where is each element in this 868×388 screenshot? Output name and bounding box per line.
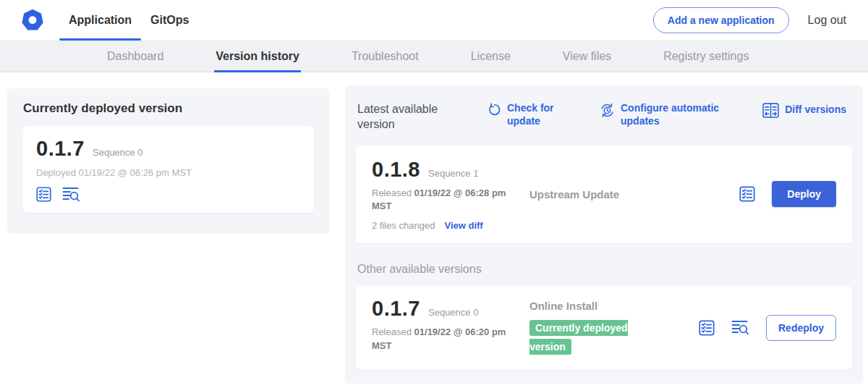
clock-refresh-icon [600, 103, 615, 118]
other-source-label: Online Install [529, 300, 652, 312]
files-changed-count: 2 files changed [372, 220, 435, 231]
deployed-actions [36, 187, 301, 203]
deployed-version-number: 0.1.7 [36, 137, 85, 161]
deploy-button[interactable]: Deploy [772, 181, 836, 207]
add-new-application-button[interactable]: Add a new application [653, 7, 789, 33]
main-tabs: Application GitOps [59, 0, 198, 41]
latest-panel-header: Latest available version Check for updat… [357, 102, 851, 132]
currently-deployed-title: Currently deployed version [23, 101, 314, 116]
deploy-logs-icon[interactable] [731, 320, 749, 336]
latest-source-label: Upstream Update [529, 188, 619, 201]
config-checklist-icon[interactable] [699, 320, 715, 336]
tab-gitops[interactable]: GitOps [141, 0, 198, 41]
other-version-card: 0.1.7 Sequence 0 Released 01/19/22 @ 06:… [356, 286, 852, 370]
logout-button[interactable]: Log out [808, 14, 846, 27]
deployed-sequence: Sequence 0 [93, 147, 142, 158]
app-header: Application GitOps Add a new application… [0, 0, 868, 41]
config-checklist-icon[interactable] [739, 186, 755, 202]
diff-icon [762, 103, 779, 118]
latest-sequence: Sequence 1 [428, 168, 478, 179]
other-versions-heading: Other available versions [357, 263, 852, 276]
latest-version-number: 0.1.8 [372, 158, 420, 182]
other-version-number: 0.1.7 [372, 297, 420, 321]
tab-application-label: Application [69, 14, 132, 27]
deployed-version-card: 0.1.7 Sequence 0 Deployed 01/19/22 @ 06:… [23, 126, 314, 213]
other-version-info: 0.1.7 Sequence 0 Released 01/19/22 @ 06:… [372, 297, 516, 353]
subnav-view-files[interactable]: View files [561, 41, 613, 72]
refresh-icon [488, 103, 501, 117]
currently-deployed-panel: Currently deployed version 0.1.7 Sequenc… [7, 88, 330, 234]
latest-available-title: Latest available version [357, 102, 448, 132]
redeploy-button[interactable]: Redeploy [766, 315, 836, 341]
deployed-timestamp: Deployed 01/19/22 @ 06:26 pm MST [36, 167, 301, 178]
subnav-troubleshoot[interactable]: Troubleshoot [350, 41, 420, 72]
latest-available-panel: Latest available version Check for updat… [345, 85, 863, 384]
version-row: 0.1.7 Sequence 0 [36, 137, 301, 161]
latest-released-timestamp: Released 01/19/22 @ 06:28 pm MST [372, 187, 506, 214]
config-checklist-icon[interactable] [36, 187, 51, 203]
check-for-update-link[interactable]: Check for update [488, 102, 559, 127]
latest-card-controls: Deploy [739, 181, 836, 207]
configure-automatic-updates-link[interactable]: Configure automatic updates [600, 102, 731, 127]
main-content: Currently deployed version 0.1.7 Sequenc… [0, 72, 868, 387]
subnav-registry-settings[interactable]: Registry settings [662, 41, 750, 72]
deploy-logs-icon[interactable] [62, 187, 80, 203]
diff-versions-link[interactable]: Diff versions [762, 102, 846, 118]
view-diff-link[interactable]: View diff [444, 220, 482, 231]
files-changed-row: 2 files changed View diff [372, 220, 516, 231]
other-released-timestamp: Released 01/19/22 @ 06:20 pm MST [372, 326, 506, 353]
app-subnav: Dashboard Version history Troubleshoot L… [0, 41, 868, 72]
kots-logo-icon [22, 9, 43, 31]
latest-version-card: 0.1.8 Sequence 1 Released 01/19/22 @ 06:… [356, 146, 852, 244]
other-sequence: Sequence 0 [428, 307, 478, 318]
subnav-license[interactable]: License [469, 41, 512, 72]
other-source-column: Online Install Currently deployed versio… [529, 300, 652, 357]
subnav-version-history[interactable]: Version history [214, 41, 301, 72]
other-card-controls: Redeploy [699, 315, 836, 341]
subnav-dashboard[interactable]: Dashboard [106, 41, 165, 72]
active-tab-underline [59, 38, 141, 41]
latest-version-info: 0.1.8 Sequence 1 Released 01/19/22 @ 06:… [372, 158, 516, 232]
tab-application[interactable]: Application [59, 0, 141, 41]
tab-gitops-label: GitOps [150, 14, 189, 27]
header-right: Add a new application Log out [653, 7, 868, 33]
currently-deployed-badge: Currently deployed version [529, 320, 628, 355]
